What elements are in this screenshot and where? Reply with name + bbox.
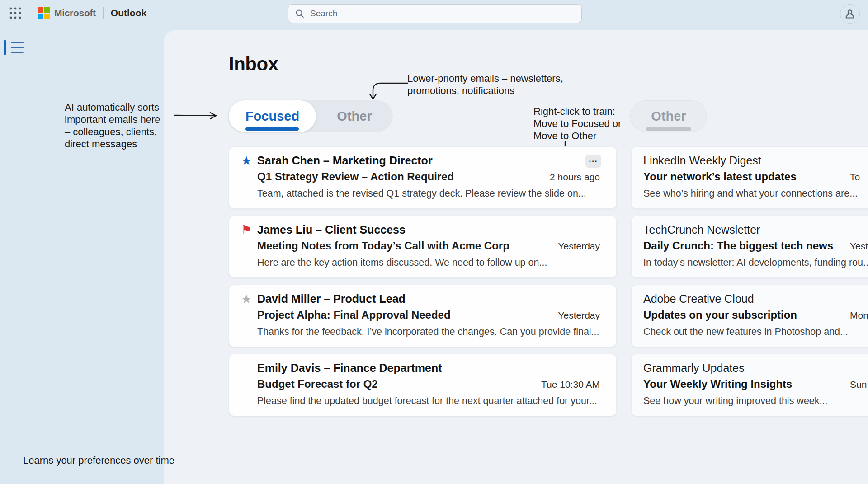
email-sender: Sarah Chen – Marketing Director [257, 153, 433, 168]
email-time: Yest [850, 240, 868, 253]
search-icon [295, 9, 304, 18]
star-gray-icon[interactable]: ★ [239, 291, 254, 307]
email-preview: Check out the new features in Photoshop … [643, 324, 848, 339]
more-options-button[interactable]: ··· [585, 155, 601, 168]
other-email-row[interactable]: TechCrunch Newsletter Daily Crunch: The … [631, 216, 868, 278]
email-subject: Daily Crunch: The biggest tech news [643, 238, 833, 254]
email-subject: Updates on your subscription [643, 307, 797, 323]
focused-email-row[interactable]: ★ Sarah Chen – Marketing Director ··· Q1… [229, 146, 617, 209]
annotation-focused: AI automatically sorts important emails … [65, 101, 160, 150]
email-time: Tue 10:30 AM [541, 378, 600, 391]
email-subject: Meeting Notes from Today’s Call with Acm… [257, 238, 509, 254]
hamburger-line [11, 52, 24, 53]
email-sender: Adobe Creative Cloud [643, 291, 754, 306]
search-input[interactable] [288, 4, 582, 23]
focused-email-row[interactable]: ⚑ James Liu – Client Success Meeting Not… [229, 216, 617, 278]
other-panel-tab[interactable]: Other [630, 100, 707, 132]
email-subject: Budget Forecast for Q2 [257, 376, 378, 392]
footer-annotation: Learns your preferences over time [23, 455, 175, 466]
page-title: Inbox [229, 53, 278, 75]
microsoft-logo-icon [38, 7, 50, 19]
inbox-tab-group: Focused Other [229, 100, 393, 132]
hamburger-line [11, 42, 24, 43]
email-sender: Emily Davis – Finance Department [257, 360, 442, 376]
email-subject: Your network’s latest updates [643, 169, 797, 184]
logo-square-yellow [44, 14, 50, 19]
email-time: 2 hours ago [550, 170, 600, 184]
email-subject: Project Alpha: Final Approval Needed [257, 307, 451, 323]
email-subject: Q1 Strategy Review – Action Required [257, 169, 454, 184]
focused-email-row[interactable]: Emily Davis – Finance Department Budget … [229, 354, 617, 416]
email-subject: Your Weekly Writing Insights [643, 376, 792, 392]
arrow-to-focused-tab [174, 109, 223, 122]
logo-square-blue [38, 14, 43, 19]
other-email-row[interactable]: LinkedIn Weekly Digest Your network’s la… [631, 146, 868, 209]
nav-selection-accent [4, 40, 6, 55]
app-title: Outlook [111, 8, 146, 19]
brand-divider [103, 7, 104, 19]
flag-red-icon[interactable]: ⚑ [239, 222, 254, 238]
email-sender: TechCrunch Newsletter [643, 222, 760, 237]
outlook-window: Microsoft Outlook Learns your preference… [0, 0, 868, 484]
logo-square-green [44, 7, 50, 13]
annotation-other: Lower-priority emails – newsletters, pro… [407, 72, 563, 97]
person-icon [844, 8, 856, 20]
email-sender: David Miller – Product Lead [257, 291, 406, 306]
email-sender: Grammarly Updates [643, 360, 745, 376]
hamburger-line [11, 47, 24, 48]
email-preview: See who’s hiring and what your connectio… [643, 186, 858, 201]
brand-area: Microsoft Outlook [38, 7, 146, 19]
account-button[interactable] [840, 4, 860, 24]
email-time: Yesterday [558, 240, 600, 253]
email-sender: James Liu – Client Success [257, 222, 406, 237]
email-sender: LinkedIn Weekly Digest [643, 153, 761, 168]
email-time: To [850, 170, 860, 184]
microsoft-wordmark: Microsoft [54, 8, 96, 19]
email-time: Sun [850, 378, 867, 391]
other-email-row[interactable]: Grammarly Updates Your Weekly Writing In… [631, 354, 868, 416]
tab-other[interactable]: Other [316, 100, 393, 132]
arrow-to-other-tab [367, 80, 410, 103]
top-bar: Microsoft Outlook [0, 0, 868, 26]
email-preview: Please find the updated budget forecast … [257, 394, 597, 408]
email-preview: In today’s newsletter: AI developments, … [643, 255, 868, 270]
tab-focused-label: Focused [245, 109, 299, 124]
other-panel-tab-label: Other [651, 109, 686, 124]
app-launcher-icon[interactable] [9, 7, 22, 19]
tab-other-label: Other [337, 109, 372, 124]
email-preview: Here are the key action items discussed.… [257, 255, 547, 270]
hamburger-menu-icon[interactable] [11, 42, 24, 53]
tab-focused[interactable]: Focused [229, 100, 316, 132]
other-panel-tab-underline [646, 127, 691, 131]
email-time: Mon [850, 309, 868, 322]
star-blue-icon[interactable]: ★ [239, 153, 254, 169]
email-preview: Team, attached is the revised Q1 strateg… [257, 186, 586, 201]
focused-email-row[interactable]: ★ David Miller – Product Lead Project Al… [229, 285, 617, 347]
email-time: Yesterday [558, 309, 600, 322]
tab-focused-underline [245, 127, 299, 131]
search-bar [288, 4, 582, 23]
annotation-train: Right-click to train: Move to Focused or… [533, 105, 621, 142]
email-preview: Thanks for the feedback. I’ve incorporat… [257, 324, 599, 339]
email-preview: See how your writing improved this week.… [643, 394, 827, 408]
other-email-row[interactable]: Adobe Creative Cloud Updates on your sub… [631, 285, 868, 347]
logo-square-red [38, 7, 43, 13]
